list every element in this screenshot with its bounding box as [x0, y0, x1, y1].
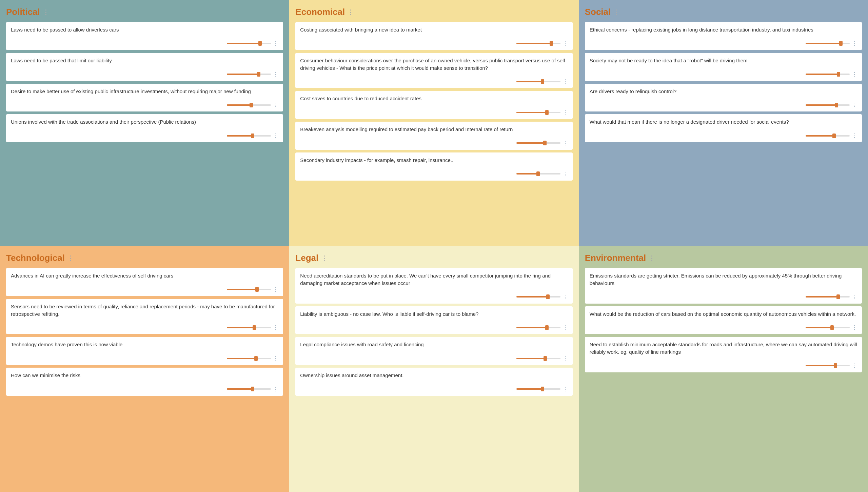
slider-thumb[interactable] [834, 363, 837, 368]
card-menu-icon[interactable]: ⋮ [563, 355, 568, 362]
slider-thumb[interactable] [550, 41, 553, 46]
card-menu-icon[interactable]: ⋮ [852, 40, 857, 47]
slider-track[interactable] [227, 104, 271, 106]
card[interactable]: Liability is ambiguous - no case law. Wh… [295, 306, 572, 334]
card-menu-icon[interactable]: ⋮ [273, 132, 278, 139]
card[interactable]: Unions involved with the trade associati… [6, 114, 283, 142]
slider-thumb[interactable] [250, 103, 253, 107]
slider-thumb[interactable] [835, 103, 838, 107]
slider-track[interactable] [227, 289, 271, 290]
drag-handle-social[interactable]: ⋮ [613, 8, 619, 16]
card[interactable]: Need to establish minimum acceptable sta… [585, 337, 862, 372]
card[interactable]: Ownership issues around asset management… [295, 368, 572, 396]
slider-thumb[interactable] [258, 41, 262, 46]
slider-track[interactable] [806, 327, 850, 328]
card-menu-icon[interactable]: ⋮ [563, 171, 568, 177]
slider-thumb[interactable] [253, 325, 256, 330]
card-menu-icon[interactable]: ⋮ [273, 324, 278, 331]
slider-track[interactable] [227, 388, 271, 390]
card[interactable]: Society may not be ready to the idea tha… [585, 53, 862, 81]
card-menu-icon[interactable]: ⋮ [273, 71, 278, 78]
slider-thumb[interactable] [536, 171, 540, 176]
slider-track[interactable] [227, 74, 271, 75]
slider-thumb[interactable] [257, 72, 260, 77]
card-menu-icon[interactable]: ⋮ [563, 109, 568, 116]
slider-track[interactable] [806, 296, 850, 298]
card-menu-icon[interactable]: ⋮ [273, 355, 278, 362]
slider-thumb[interactable] [541, 79, 544, 84]
card-menu-icon[interactable]: ⋮ [563, 324, 568, 331]
slider-thumb[interactable] [830, 325, 834, 330]
card-menu-icon[interactable]: ⋮ [273, 286, 278, 293]
slider-track[interactable] [516, 43, 560, 44]
card[interactable]: What would that mean if there is no long… [585, 114, 862, 142]
slider-thumb[interactable] [544, 356, 547, 361]
card[interactable]: Need accreditation standards to be put i… [295, 268, 572, 304]
slider-thumb[interactable] [836, 294, 840, 299]
card[interactable]: Technology demos have proven this is now… [6, 337, 283, 365]
card[interactable]: Secondary industry impacts - for example… [295, 152, 572, 181]
slider-track[interactable] [806, 74, 850, 75]
card[interactable]: Sensors need to be reviewed in terms of … [6, 299, 283, 334]
slider-track[interactable] [516, 358, 560, 359]
card-menu-icon[interactable]: ⋮ [852, 132, 857, 139]
slider-thumb[interactable] [832, 134, 836, 138]
drag-handle-economical[interactable]: ⋮ [348, 8, 354, 16]
slider-thumb[interactable] [251, 387, 254, 391]
slider-thumb[interactable] [251, 134, 254, 138]
card[interactable]: Legal compliance issues with road safety… [295, 337, 572, 365]
slider-thumb[interactable] [254, 356, 258, 361]
card[interactable]: Cost saves to countries due to reduced a… [295, 91, 572, 119]
card[interactable]: Emissions standards are getting stricter… [585, 268, 862, 304]
card[interactable]: Ethical concerns - replacing existing jo… [585, 22, 862, 50]
drag-handle-environmental[interactable]: ⋮ [649, 254, 655, 262]
card-menu-icon[interactable]: ⋮ [563, 140, 568, 146]
card[interactable]: Advances in AI can greatly increase the … [6, 268, 283, 296]
slider-thumb[interactable] [837, 72, 840, 77]
slider-track[interactable] [516, 142, 560, 144]
card[interactable]: Are drivers ready to relinquish control?… [585, 84, 862, 112]
card-menu-icon[interactable]: ⋮ [852, 363, 857, 369]
card-menu-icon[interactable]: ⋮ [852, 294, 857, 300]
slider-track[interactable] [516, 327, 560, 328]
card[interactable]: Laws need to be passed to allow driverle… [6, 22, 283, 50]
card[interactable]: What would be the reduction of cars base… [585, 306, 862, 334]
card[interactable]: Laws need to be passed that limit our li… [6, 53, 283, 81]
drag-handle-technological[interactable]: ⋮ [67, 254, 74, 262]
slider-track[interactable] [516, 112, 560, 113]
slider-thumb[interactable] [541, 387, 544, 391]
card[interactable]: Consumer behaviour considerations over t… [295, 53, 572, 88]
slider-track[interactable] [516, 81, 560, 82]
card-menu-icon[interactable]: ⋮ [273, 102, 278, 108]
slider-track[interactable] [227, 358, 271, 359]
drag-handle-legal[interactable]: ⋮ [321, 254, 327, 262]
slider-thumb[interactable] [255, 287, 259, 292]
slider-thumb[interactable] [543, 141, 547, 145]
slider-track[interactable] [806, 135, 850, 137]
card-menu-icon[interactable]: ⋮ [563, 78, 568, 85]
slider-track[interactable] [516, 296, 560, 298]
slider-track[interactable] [806, 104, 850, 106]
slider-track[interactable] [806, 43, 850, 44]
slider-track[interactable] [516, 173, 560, 175]
card-menu-icon[interactable]: ⋮ [563, 386, 568, 392]
card-menu-icon[interactable]: ⋮ [273, 40, 278, 47]
slider-track[interactable] [227, 43, 271, 44]
card-menu-icon[interactable]: ⋮ [852, 102, 857, 108]
card[interactable]: Breakeven analysis modelling required to… [295, 122, 572, 150]
slider-thumb[interactable] [545, 110, 549, 115]
card-menu-icon[interactable]: ⋮ [852, 324, 857, 331]
card[interactable]: Desire to make better use of existing pu… [6, 84, 283, 112]
card[interactable]: Costing associated with bringing a new i… [295, 22, 572, 50]
slider-track[interactable] [806, 365, 850, 366]
card-menu-icon[interactable]: ⋮ [273, 386, 278, 392]
drag-handle-political[interactable]: ⋮ [43, 8, 49, 16]
card[interactable]: How can we minimise the risks⋮ [6, 368, 283, 396]
card-menu-icon[interactable]: ⋮ [563, 294, 568, 300]
slider-track[interactable] [516, 388, 560, 390]
slider-track[interactable] [227, 135, 271, 137]
slider-thumb[interactable] [546, 294, 550, 299]
slider-thumb[interactable] [839, 41, 843, 46]
slider-thumb[interactable] [545, 325, 549, 330]
card-menu-icon[interactable]: ⋮ [563, 40, 568, 47]
